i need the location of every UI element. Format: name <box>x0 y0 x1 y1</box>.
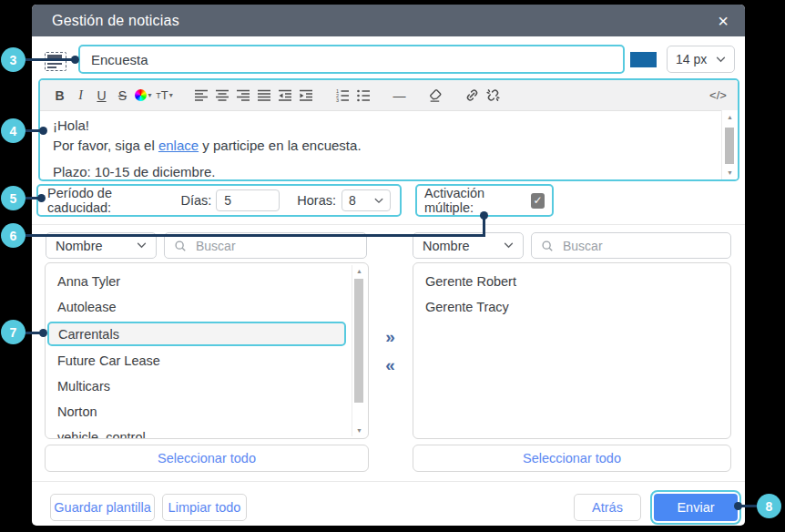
clear-all-button[interactable]: Limpiar todo <box>162 494 247 521</box>
justify-button[interactable] <box>253 85 274 107</box>
align-left-button[interactable] <box>190 85 211 107</box>
divider <box>32 481 745 482</box>
link-button[interactable] <box>462 85 483 107</box>
right-search-input[interactable] <box>561 238 721 254</box>
callout-dot-5 <box>37 194 46 202</box>
callout-6: 6 <box>1 223 25 248</box>
editor-line: Plazo: 10-15 de diciembre. <box>53 162 725 181</box>
list-item[interactable]: vehicle_control <box>46 425 368 439</box>
line2-after: y participe en la encuesta. <box>199 138 361 153</box>
callout-dot-4 <box>39 127 47 135</box>
send-button[interactable]: Enviar <box>654 494 738 521</box>
editor-content[interactable]: ¡Hola! Por favor, siga el enlace y parti… <box>40 111 738 181</box>
right-search-box <box>531 232 731 259</box>
list-item[interactable]: Autolease <box>46 294 368 320</box>
dialog-header: Gestión de noticias × <box>32 5 745 36</box>
indent-button[interactable] <box>295 85 316 107</box>
news-management-dialog: Gestión de noticias × 14 px B I U S ▾ TT… <box>32 5 745 526</box>
callout-dot-3 <box>71 56 79 64</box>
callout-8: 8 <box>757 494 781 518</box>
chevron-down-icon <box>716 56 726 63</box>
code-view-button[interactable]: </> <box>708 85 729 107</box>
outdent-button[interactable] <box>274 85 295 107</box>
callout-dot-6 <box>480 211 488 220</box>
move-right-button[interactable]: » <box>376 326 403 348</box>
expiry-label: Período de caducidad: <box>47 186 169 215</box>
days-input[interactable] <box>216 189 280 211</box>
left-select-all-button[interactable]: Seleccionar todo <box>45 445 369 472</box>
callout-5: 5 <box>1 186 25 210</box>
template-icon-line2 <box>47 66 56 68</box>
dialog-title: Gestión de noticias <box>52 13 179 29</box>
right-select-all-button[interactable]: Seleccionar todo <box>413 445 731 472</box>
target-list: Gerente Robert Gerente Tracy <box>413 262 731 439</box>
close-icon[interactable]: × <box>718 12 729 30</box>
font-color-swatch[interactable] <box>630 52 657 67</box>
scroll-down-icon[interactable]: ▼ <box>722 169 738 176</box>
list-item-selected[interactable]: Carrentals <box>47 322 346 346</box>
align-right-button[interactable] <box>232 85 253 107</box>
list-item[interactable]: Gerente Robert <box>413 269 730 294</box>
subject-input[interactable] <box>78 45 625 74</box>
caret-icon: ▾ <box>169 91 173 99</box>
font-size-button[interactable]: TT▾ <box>154 85 175 107</box>
strikethrough-button[interactable]: S <box>112 85 133 107</box>
font-size-select[interactable]: 14 px <box>667 46 735 73</box>
hours-label: Horas: <box>297 193 336 208</box>
template-icon-line <box>47 63 62 65</box>
survey-link[interactable]: enlace <box>158 138 199 153</box>
ordered-list-button[interactable]: 123 <box>331 85 352 107</box>
days-label: Días: <box>180 193 211 208</box>
left-filter-value: Nombre <box>56 239 103 253</box>
horizontal-rule-button[interactable]: — <box>389 85 410 107</box>
clear-format-button[interactable] <box>425 85 446 107</box>
underline-button[interactable]: U <box>91 85 112 107</box>
callout-7: 7 <box>1 320 25 344</box>
callout-dot-7 <box>39 329 47 337</box>
unlink-button[interactable] <box>483 85 504 107</box>
line2-before: Por favor, siga el <box>53 138 158 153</box>
editor-line: Por favor, siga el enlace y participe en… <box>53 136 725 156</box>
list-item[interactable]: Gerente Tracy <box>413 294 730 320</box>
editor-line: ¡Hola! <box>53 116 725 136</box>
caret-icon: ▾ <box>148 91 151 99</box>
big-t: T <box>161 88 168 102</box>
hours-select[interactable]: 8 <box>342 189 391 211</box>
template-icon <box>45 52 66 71</box>
chevron-down-icon <box>504 242 514 249</box>
align-center-button[interactable] <box>211 85 232 107</box>
list-item[interactable]: Anna Tyler <box>46 269 368 294</box>
font-color-button[interactable]: ▾ <box>133 85 154 107</box>
left-search-input[interactable] <box>194 238 357 254</box>
scroll-down-icon[interactable]: ▼ <box>352 427 366 434</box>
editor-scroll-thumb[interactable] <box>725 128 734 164</box>
list-scroll-thumb[interactable] <box>354 279 363 403</box>
search-icon <box>174 240 187 252</box>
editor-toolbar: B I U S ▾ TT▾ 123 — </> <box>40 80 738 111</box>
multiple-activation-checkbox[interactable]: ✓ <box>531 193 545 209</box>
callout-3: 3 <box>1 47 25 72</box>
list-item[interactable]: Norton <box>46 399 368 425</box>
color-wheel-icon <box>135 89 147 101</box>
message-editor: B I U S ▾ TT▾ 123 — </> ¡Hola! Por favor… <box>38 78 739 181</box>
font-size-value: 14 px <box>676 52 707 66</box>
divider <box>32 224 745 225</box>
italic-button[interactable]: I <box>70 85 91 107</box>
back-button[interactable]: Atrás <box>574 494 641 521</box>
svg-text:3: 3 <box>336 97 339 103</box>
chevron-down-icon <box>374 198 383 204</box>
hours-value: 8 <box>349 193 356 208</box>
bullet-list-button[interactable] <box>352 85 373 107</box>
right-filter-value: Nombre <box>423 239 470 253</box>
editor-scrollbar[interactable]: ▲ ▼ <box>721 110 738 179</box>
list-item[interactable]: Multicars <box>46 373 368 399</box>
save-template-button[interactable]: Guardar plantilla <box>50 494 155 521</box>
multiple-activation-label: Activación múltiple: <box>424 186 525 215</box>
scroll-up-icon[interactable]: ▲ <box>352 268 366 274</box>
bold-button[interactable]: B <box>49 85 70 107</box>
move-left-button[interactable]: « <box>376 354 403 376</box>
list-item[interactable]: Future Car Lease <box>46 348 368 373</box>
callout-4: 4 <box>1 118 25 143</box>
scroll-up-icon[interactable]: ▲ <box>722 114 738 120</box>
list-scrollbar[interactable]: ▲ ▼ <box>352 265 366 436</box>
